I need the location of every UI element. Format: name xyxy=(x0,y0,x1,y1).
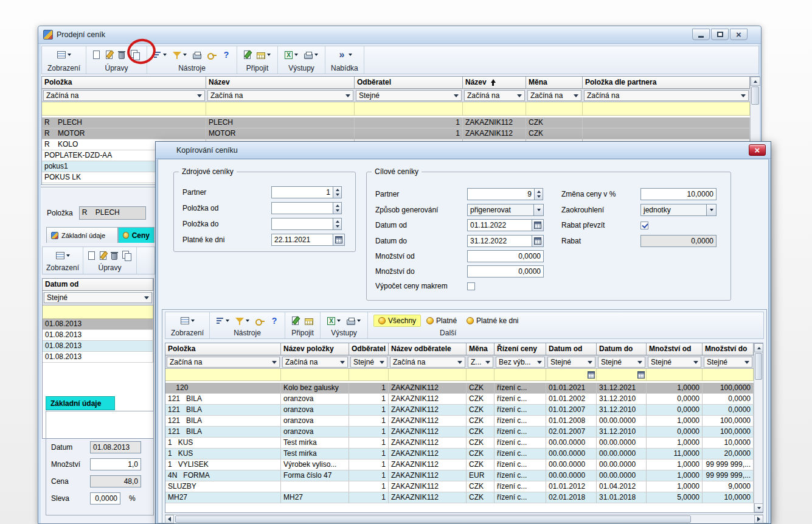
filter-valid-button[interactable]: Platné xyxy=(422,315,461,326)
help-button[interactable] xyxy=(269,316,279,326)
scroll-up-button[interactable] xyxy=(754,343,763,352)
table-row[interactable]: 4N FORMAForma číslo 471ZAKAZNIK112EURříz… xyxy=(165,470,754,481)
column-header[interactable]: Množství od xyxy=(647,343,703,355)
scroll-up-button[interactable] xyxy=(751,77,760,86)
menu-button[interactable] xyxy=(336,50,353,60)
scrollbar-thumb[interactable] xyxy=(175,515,691,523)
dialog-titlebar[interactable]: Kopírování ceníku xyxy=(156,142,771,159)
calendar-icon[interactable] xyxy=(588,371,595,379)
column-header[interactable]: Položka xyxy=(42,77,206,89)
search-input-cell[interactable] xyxy=(463,102,526,115)
filter-dropdown[interactable]: Začíná na xyxy=(43,90,205,101)
maximize-button[interactable] xyxy=(711,29,729,40)
search-input-cell[interactable] xyxy=(206,102,355,115)
tab-ceny[interactable]: Ceny xyxy=(118,227,154,243)
table-row[interactable]: SLUZBY1ZAKAZNIK112CZKřízení c...01.01.20… xyxy=(165,481,754,492)
table-row[interactable]: 01.08.2013 xyxy=(43,352,153,363)
filter-button[interactable] xyxy=(234,316,251,326)
table-row[interactable]: 121 BILAoranzova1ZAKAZNIK112CZKřízení c.… xyxy=(165,394,754,405)
dropdown-button[interactable] xyxy=(706,204,717,216)
mnozstvi-field[interactable]: 1,0 xyxy=(90,458,141,470)
target-date-from-input[interactable]: 01.11.2022 xyxy=(467,219,532,231)
attach-table-button[interactable] xyxy=(304,316,314,326)
table-row[interactable]: 01.08.2013 xyxy=(43,341,153,352)
sleva-field[interactable]: 0,0000 xyxy=(90,492,120,505)
filter-dropdown[interactable]: Stejné xyxy=(356,90,462,101)
filter-dropdown[interactable]: Stejné xyxy=(704,357,752,368)
filter-dropdown[interactable]: Stejné xyxy=(547,357,595,368)
minimize-button[interactable] xyxy=(692,29,710,40)
filter-all-button[interactable]: Všechny xyxy=(373,315,421,327)
delete-record-button[interactable] xyxy=(117,50,126,60)
filter-dropdown[interactable]: Začíná na xyxy=(584,90,749,101)
scroll-right-button[interactable] xyxy=(754,515,763,523)
search-input-cell[interactable] xyxy=(647,369,703,380)
table-row[interactable]: 120Kolo bez galusky1ZAKAZNIK112CZKřízení… xyxy=(165,383,754,394)
copy-record-button[interactable] xyxy=(130,49,141,60)
rabat-takeover-checkbox[interactable] xyxy=(640,222,648,229)
search-input-cell[interactable] xyxy=(597,369,647,380)
search-input-cell[interactable] xyxy=(467,369,494,380)
source-valid-date-input[interactable]: 22.11.2021 xyxy=(271,234,333,246)
search-input-cell[interactable] xyxy=(526,102,583,115)
filter-dropdown[interactable]: Začíná na xyxy=(464,90,525,101)
search-input-cell[interactable] xyxy=(583,102,750,115)
search-input-cell[interactable] xyxy=(494,369,546,380)
table-row[interactable]: R MOTORMOTOR1ZAKAZNIK112CZK xyxy=(42,128,750,139)
source-partner-input[interactable]: 1 xyxy=(271,186,333,198)
view-mode-button[interactable] xyxy=(55,251,71,260)
table-row[interactable]: 01.08.2013 xyxy=(43,319,153,330)
horizontal-scrollbar[interactable] xyxy=(165,514,763,523)
table-row[interactable]: 1 VYLISEKVýrobek vyliso...1ZAKAZNIK112CZ… xyxy=(165,459,754,470)
calendar-icon[interactable] xyxy=(637,371,645,379)
copy-record-button[interactable] xyxy=(121,250,133,261)
filter-dropdown[interactable]: Z... xyxy=(468,357,493,368)
window-titlebar[interactable]: Prodejní ceník xyxy=(38,26,761,44)
table-row[interactable]: 121 BILAoranzova1ZAKAZNIK112CZKřízení c.… xyxy=(165,427,754,438)
column-header[interactable]: Název položky xyxy=(281,343,349,355)
search-input-cell[interactable] xyxy=(703,369,754,380)
column-header[interactable]: Název xyxy=(206,77,355,89)
filter-valid-to-date-button[interactable]: Platné ke dni xyxy=(462,315,522,326)
sort-button[interactable] xyxy=(153,51,168,59)
filter-dropdown[interactable]: Stejné xyxy=(350,357,387,368)
shortcut-button[interactable] xyxy=(206,51,218,59)
search-input-cell[interactable] xyxy=(42,102,206,115)
attach-edit-button[interactable] xyxy=(291,316,300,326)
close-button[interactable] xyxy=(730,29,748,40)
column-header[interactable]: Datum od xyxy=(546,343,597,355)
column-header[interactable]: Měna xyxy=(526,77,583,89)
scrollbar-thumb[interactable] xyxy=(755,353,762,380)
print-button[interactable] xyxy=(303,50,319,60)
delete-record-button[interactable] xyxy=(110,251,119,260)
quantity-to-input[interactable]: 0,0000 xyxy=(467,265,544,278)
column-header[interactable]: Datum od xyxy=(43,279,153,291)
new-record-button[interactable] xyxy=(92,50,101,60)
table-row[interactable]: 121 BILAoranzova1ZAKAZNIK112CZKřízení c.… xyxy=(165,405,754,416)
filter-dropdown[interactable]: Začíná na xyxy=(207,90,353,101)
column-header[interactable]: Odběratel xyxy=(349,343,389,355)
column-header[interactable]: Měna xyxy=(467,343,494,355)
spinner-buttons[interactable] xyxy=(333,186,342,198)
generation-mode-combobox[interactable]: přigenerovat xyxy=(467,204,544,216)
macro-price-checkbox[interactable] xyxy=(467,282,475,290)
table-row[interactable]: 01.08.2013 xyxy=(43,330,153,341)
search-input-cell[interactable] xyxy=(165,369,281,380)
filter-dropdown[interactable]: Stejné xyxy=(44,292,152,303)
search-input-cell[interactable] xyxy=(43,306,153,318)
print-button[interactable] xyxy=(345,316,362,326)
rounding-combobox[interactable]: jednotky xyxy=(640,204,717,216)
filter-button[interactable] xyxy=(172,51,188,60)
calendar-button[interactable] xyxy=(532,235,544,247)
sort-button[interactable] xyxy=(215,316,231,325)
column-header[interactable]: Datum do xyxy=(597,343,647,355)
table-row[interactable]: MH27MH271ZAKAZNIK112CZKřízení c...02.01.… xyxy=(165,492,754,503)
filter-dropdown[interactable]: Začíná na xyxy=(282,357,348,368)
search-input-cell[interactable] xyxy=(281,369,349,380)
column-header[interactable]: Množství do xyxy=(703,343,754,355)
export-excel-button[interactable] xyxy=(326,316,342,326)
spinner-buttons[interactable] xyxy=(333,218,342,230)
filter-dropdown[interactable]: Začíná na xyxy=(527,90,581,101)
table-row[interactable]: R PLECHPLECH1ZAKAZNIK112CZK xyxy=(42,117,750,128)
scroll-left-button[interactable] xyxy=(165,515,174,523)
